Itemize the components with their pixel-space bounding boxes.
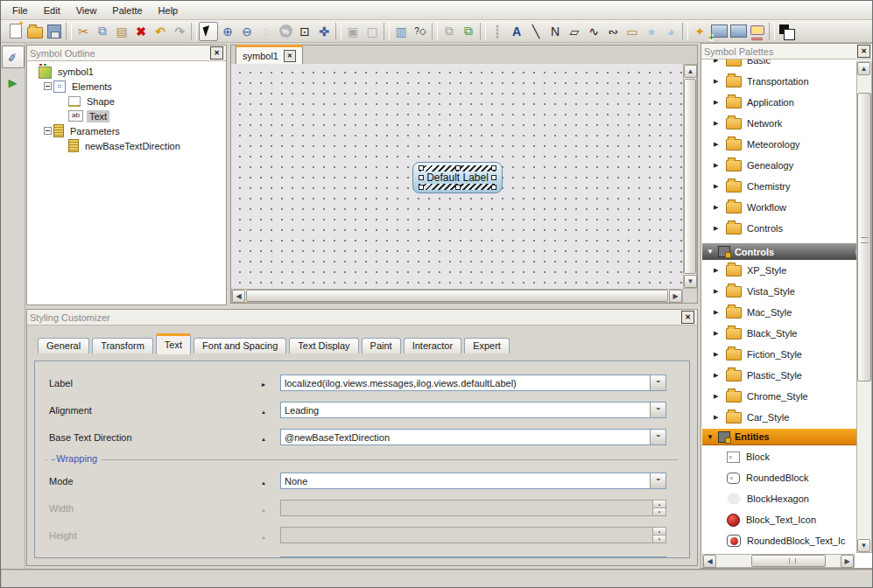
palette-folder-xp-style[interactable]: XP_Style <box>702 260 855 281</box>
fit-to-contents-icon[interactable]: ⊡ <box>295 22 314 41</box>
ellipse-tool-icon[interactable]: ● <box>642 22 661 41</box>
spline-tool-icon[interactable]: ∿ <box>584 22 603 41</box>
add-image-icon[interactable] <box>709 22 729 41</box>
spinner-buttons[interactable]: ▴▾ <box>652 528 665 542</box>
menu-file[interactable]: File <box>4 4 36 18</box>
menu-palette[interactable]: Palette <box>104 4 150 18</box>
distribute-icon[interactable]: ▥ <box>391 22 411 41</box>
expander-icon[interactable] <box>714 330 722 337</box>
redo-icon[interactable]: ↷ <box>170 22 189 41</box>
tree-item[interactable]: newBaseTextDirection <box>29 138 224 153</box>
scroll-up-icon[interactable] <box>857 62 870 75</box>
collapse-arrow-icon[interactable] <box>707 433 714 441</box>
palette-folder-network[interactable]: Network <box>702 113 855 134</box>
bring-to-front-icon[interactable]: ⧉ <box>459 22 478 41</box>
expander-icon[interactable] <box>714 120 722 127</box>
expander-icon[interactable] <box>714 267 722 274</box>
tab-text[interactable]: Text <box>156 333 191 354</box>
palette-item-roundedblock[interactable]: RoundedBlock <box>702 467 855 488</box>
cut-icon[interactable]: ✂ <box>74 22 93 41</box>
tree-item[interactable]: Text <box>29 108 224 123</box>
selection-handle[interactable] <box>419 165 424 171</box>
expander-icon[interactable] <box>714 183 722 190</box>
fill-colors-icon[interactable] <box>777 22 796 41</box>
expander-icon[interactable] <box>714 78 722 85</box>
canvas-vertical-scrollbar[interactable] <box>683 64 697 289</box>
dropdown-arrow-icon[interactable] <box>650 430 665 444</box>
line-tool-icon[interactable]: ╲ <box>526 22 546 41</box>
scrollbar-thumb[interactable] <box>246 290 668 302</box>
canvas-horizontal-scrollbar[interactable] <box>231 289 683 303</box>
expander-icon[interactable] <box>714 204 722 211</box>
polyline-tool-icon[interactable]: N <box>546 22 565 41</box>
canvas-symbol[interactable]: Default Label <box>412 162 503 193</box>
pan-icon[interactable]: ✜ <box>314 22 334 41</box>
label-tool-icon[interactable] <box>748 22 767 41</box>
tab-transform[interactable]: Transform <box>92 338 153 354</box>
run-test-icon[interactable]: ▶ <box>3 72 24 93</box>
expander-icon[interactable] <box>714 393 722 400</box>
tree-item[interactable]: Elements <box>29 79 224 94</box>
property-toggle-icon[interactable] <box>247 378 280 388</box>
palette-folder-black-style[interactable]: Black_Style <box>702 323 855 344</box>
expander-icon[interactable] <box>44 127 52 135</box>
tree-item[interactable]: Shape <box>29 94 224 108</box>
selection-handle[interactable] <box>491 185 496 190</box>
scrollbar-thumb[interactable] <box>684 79 696 274</box>
palette-folder-chrome-style[interactable]: Chrome_Style <box>702 386 855 407</box>
image-icon[interactable] <box>729 22 748 41</box>
spacing-icon[interactable]: ┋ <box>488 22 507 41</box>
zoom-out-icon[interactable]: ⊖ <box>237 22 257 41</box>
close-icon[interactable] <box>210 46 223 60</box>
tab-interactor[interactable]: Interactor <box>404 338 461 354</box>
palette-item-roundedblock-text-icon[interactable]: RoundedBlock_Text_Ic <box>702 530 855 551</box>
wrapping-mode-field[interactable]: None ▴▾ <box>280 472 666 489</box>
property-toggle-icon[interactable] <box>247 432 280 443</box>
selection-handle[interactable] <box>455 165 461 171</box>
expander-icon[interactable] <box>714 309 722 316</box>
resizing-mode-field[interactable]: Zoom only ▴▾ <box>280 556 666 558</box>
scroll-left-icon[interactable] <box>232 290 245 303</box>
property-toggle-icon[interactable] <box>247 405 280 416</box>
symbol-editor-pen-icon[interactable]: ✎ <box>2 46 25 68</box>
palettes-vertical-scrollbar[interactable] <box>856 61 872 553</box>
check-symbol-icon[interactable]: ?◇ <box>411 22 430 41</box>
dropdown-arrow-icon[interactable] <box>650 473 665 488</box>
selection-handle[interactable] <box>419 175 424 180</box>
delete-icon[interactable]: ✖ <box>131 22 151 41</box>
scroll-down-icon[interactable] <box>857 539 870 552</box>
send-to-back-icon[interactable]: ⧉ <box>440 22 459 41</box>
zoom-in-icon[interactable]: ⊕ <box>218 22 237 41</box>
save-icon[interactable] <box>45 22 64 41</box>
selection-handle[interactable] <box>419 185 424 190</box>
arc-tool-icon[interactable]: ◕ <box>661 22 680 41</box>
alignment-field[interactable]: Leading ▴▾ <box>280 402 666 418</box>
dropdown-arrow-icon[interactable] <box>650 557 665 558</box>
scrollbar-thumb[interactable] <box>751 555 826 567</box>
expander-icon[interactable] <box>714 225 722 232</box>
dropdown-arrow-icon[interactable] <box>650 375 665 390</box>
palette-folder-workflow[interactable]: Workflow <box>702 197 855 218</box>
symbol-text-element[interactable]: Default Label <box>426 172 489 184</box>
palette-item-blockhexagon[interactable]: BlockHexagon <box>702 488 855 509</box>
rectangle-tool-icon[interactable]: ▭ <box>623 22 642 41</box>
tab-general[interactable]: General <box>38 338 89 354</box>
tab-close-icon[interactable] <box>284 50 296 62</box>
expander-icon[interactable] <box>714 141 722 148</box>
expander-icon[interactable] <box>714 99 722 106</box>
property-toggle-icon[interactable] <box>247 476 280 486</box>
point-tool-icon[interactable]: ✦ <box>690 22 709 41</box>
scroll-right-icon[interactable] <box>669 290 682 303</box>
paste-icon[interactable]: ▤ <box>112 22 131 41</box>
zoom-percent-icon[interactable]: % <box>276 22 295 41</box>
menu-edit[interactable]: Edit <box>36 4 68 18</box>
tab-font-and-spacing[interactable]: Font and Spacing <box>194 338 286 354</box>
copy-icon[interactable]: ⧉ <box>93 22 112 41</box>
tree-item[interactable]: symbol1 <box>29 64 224 79</box>
close-icon[interactable] <box>681 311 694 324</box>
scroll-left-icon[interactable] <box>703 555 716 568</box>
expander-icon[interactable] <box>714 288 722 295</box>
collapse-arrow-icon[interactable] <box>707 248 714 256</box>
expander-icon[interactable] <box>714 162 722 169</box>
polygon-tool-icon[interactable]: ▱ <box>565 22 584 41</box>
